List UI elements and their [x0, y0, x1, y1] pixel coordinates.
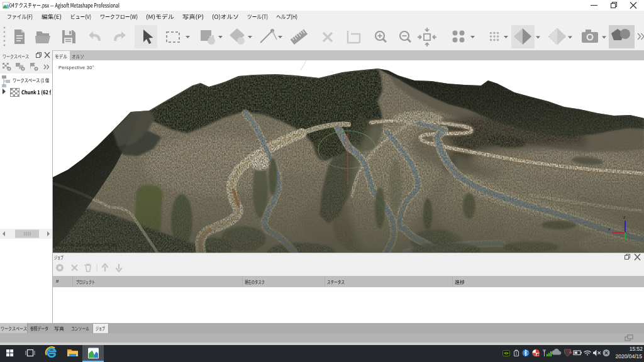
svg-text:z: z [623, 215, 626, 219]
svg-text:x: x [608, 227, 611, 231]
